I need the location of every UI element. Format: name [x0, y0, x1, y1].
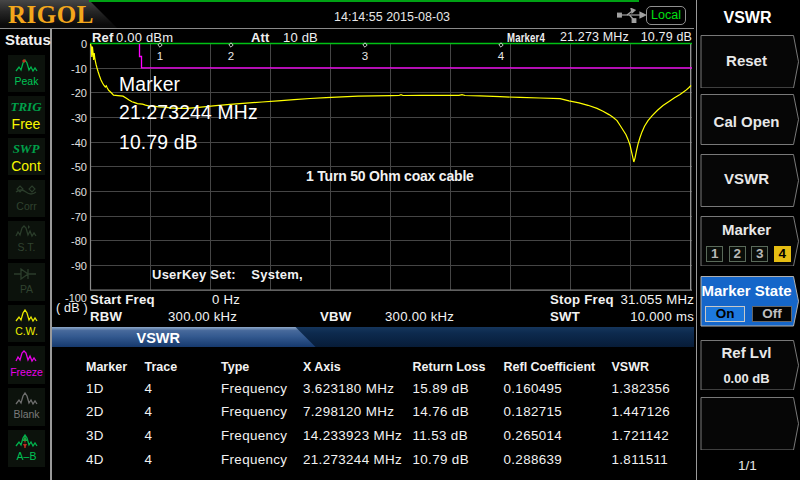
svg-text:1: 1	[157, 50, 163, 62]
svg-text:4: 4	[498, 50, 505, 62]
svg-text:3: 3	[362, 50, 368, 62]
svg-text:2: 2	[228, 50, 234, 62]
